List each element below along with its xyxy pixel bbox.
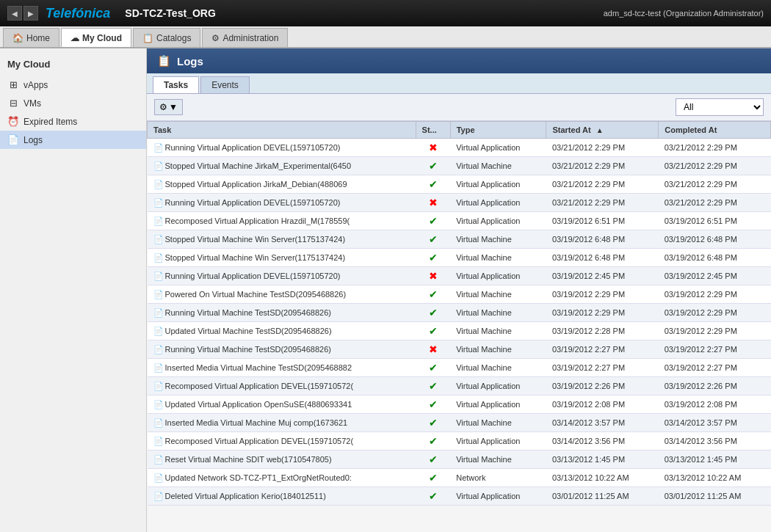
sidebar-item-logs-label: Logs — [23, 135, 43, 145]
cell-type: Virtual Machine — [450, 359, 546, 377]
cell-status: ✔ — [416, 396, 450, 414]
table-row[interactable]: 📄Running Virtual Application DEVEL(15971… — [148, 139, 771, 157]
cell-started: 03/19/2012 2:29 PM — [546, 285, 659, 304]
cell-started: 03/14/2012 3:57 PM — [546, 414, 659, 432]
nav-tab-catalogs[interactable]: 📋 Catalogs — [133, 28, 200, 47]
table-row[interactable]: 📄Updated Network SD-TCZ-PT1_ExtOrgNetRou… — [148, 469, 771, 487]
col-started[interactable]: Started At ▲ — [546, 122, 659, 139]
sidebar-item-logs[interactable]: 📄 Logs — [0, 131, 146, 149]
nav-tab-home[interactable]: 🏠 Home — [3, 28, 59, 47]
status-ok-icon: ✔ — [429, 178, 438, 190]
cell-type: Virtual Machine — [450, 157, 546, 175]
user-info: adm_sd-tcz-test (Organization Administra… — [604, 9, 764, 18]
task-row-icon: 📄 — [153, 492, 164, 500]
cell-task: 📄Stopped Virtual Application JirkaM_Debi… — [148, 175, 416, 194]
topbar: ◀ ▶ Telefónica SD-TCZ-Test_ORG adm_sd-tc… — [0, 0, 771, 26]
cell-status: ✔ — [416, 304, 450, 322]
cell-task: 📄Recomposed Virtual Application Hrazdil_… — [148, 212, 416, 230]
sidebar-item-vapps[interactable]: ⊞ vApps — [0, 76, 146, 94]
task-row-icon: 📄 — [153, 253, 164, 262]
status-ok-icon: ✔ — [429, 380, 438, 392]
org-title: SD-TCZ-Test_ORG — [125, 7, 215, 19]
tab-tasks[interactable]: Tasks — [153, 76, 199, 93]
cell-type: Virtual Machine — [450, 340, 546, 359]
table-row[interactable]: 📄Updated Virtual Machine TestSD(20954688… — [148, 322, 771, 340]
cell-status: ✖ — [416, 139, 450, 157]
table-row[interactable]: 📄Stopped Virtual Application JirkaM_Debi… — [148, 175, 771, 194]
status-ok-icon: ✔ — [429, 417, 438, 429]
cell-status: ✔ — [416, 469, 450, 487]
cell-task: 📄Inserted Media Virtual Machine TestSD(2… — [148, 359, 416, 377]
tab-events[interactable]: Events — [200, 76, 250, 93]
table-row[interactable]: 📄Powered On Virtual Machine TestSD(20954… — [148, 285, 771, 304]
table-row[interactable]: 📄Stopped Virtual Machine Win Server(1175… — [148, 230, 771, 249]
task-row-icon: 📄 — [153, 180, 164, 189]
cell-status: ✖ — [416, 194, 450, 212]
cell-task: 📄Running Virtual Application DEVEL(15971… — [148, 267, 416, 285]
table-row[interactable]: 📄Reset Virtual Machine SDIT web(17105478… — [148, 451, 771, 469]
cell-task: 📄Updated Virtual Machine TestSD(20954688… — [148, 322, 416, 340]
sort-arrow: ▲ — [596, 126, 604, 134]
cell-task: 📄Powered On Virtual Machine TestSD(20954… — [148, 285, 416, 304]
cell-started: 03/14/2012 3:56 PM — [546, 432, 659, 451]
status-ok-icon: ✔ — [429, 362, 438, 374]
cell-task: 📄Inserted Media Virtual Machine Muj comp… — [148, 414, 416, 432]
table-row[interactable]: 📄Recomposed Virtual Application DEVEL(15… — [148, 377, 771, 396]
cell-completed: 03/19/2012 2:27 PM — [659, 340, 771, 359]
sidebar-title: My Cloud — [0, 54, 146, 76]
cell-started: 03/19/2012 2:27 PM — [546, 340, 659, 359]
nav-tab-administration[interactable]: ⚙ Administration — [202, 28, 288, 47]
cell-task: 📄Reset Virtual Machine SDIT web(17105478… — [148, 451, 416, 469]
table-row[interactable]: 📄Stopped Virtual Machine Win Server(1175… — [148, 249, 771, 267]
cell-task: 📄Running Virtual Machine TestSD(20954688… — [148, 304, 416, 322]
sidebar-item-vms[interactable]: ⊟ VMs — [0, 94, 146, 112]
table-row[interactable]: 📄Recomposed Virtual Application Hrazdil_… — [148, 212, 771, 230]
nav-arrows[interactable]: ◀ ▶ — [7, 6, 38, 21]
cell-started: 03/21/2012 2:29 PM — [546, 194, 659, 212]
task-row-icon: 📄 — [153, 345, 164, 354]
table-row[interactable]: 📄Updated Virtual Application OpenSuSE(48… — [148, 396, 771, 414]
sidebar-item-expired[interactable]: ⏰ Expired Items — [0, 112, 146, 131]
gear-dropdown-arrow: ▼ — [169, 102, 178, 112]
table-row[interactable]: 📄Deleted Virtual Application Kerio(18401… — [148, 487, 771, 506]
cell-status: ✔ — [416, 285, 450, 304]
table-row[interactable]: 📄Inserted Media Virtual Machine TestSD(2… — [148, 359, 771, 377]
nav-tab-administration-label: Administration — [222, 33, 278, 43]
table-row[interactable]: 📄Stopped Virtual Machine JirkaM_Experime… — [148, 157, 771, 175]
nav-tab-mycloud[interactable]: ☁ My Cloud — [61, 28, 131, 47]
cell-task: 📄Stopped Virtual Machine Win Server(1175… — [148, 230, 416, 249]
task-row-icon: 📄 — [153, 418, 164, 427]
vapps-icon: ⊞ — [7, 79, 19, 90]
main-layout: My Cloud ⊞ vApps ⊟ VMs ⏰ Expired Items 📄… — [0, 48, 771, 532]
table-row[interactable]: 📄Inserted Media Virtual Machine Muj comp… — [148, 414, 771, 432]
cell-task: 📄Recomposed Virtual Application DEVEL(15… — [148, 432, 416, 451]
table-row[interactable]: 📄Running Virtual Machine TestSD(20954688… — [148, 304, 771, 322]
forward-button[interactable]: ▶ — [23, 6, 38, 21]
cell-completed: 03/19/2012 2:45 PM — [659, 267, 771, 285]
status-error-icon: ✖ — [429, 343, 438, 355]
cell-task: 📄Running Virtual Application DEVEL(15971… — [148, 194, 416, 212]
cell-started: 03/19/2012 2:29 PM — [546, 304, 659, 322]
gear-button[interactable]: ⚙ ▼ — [154, 99, 183, 115]
cell-started: 03/01/2012 11:25 AM — [546, 487, 659, 506]
table-row[interactable]: 📄Running Virtual Application DEVEL(15971… — [148, 194, 771, 212]
cell-status: ✔ — [416, 414, 450, 432]
back-button[interactable]: ◀ — [7, 6, 22, 21]
cell-completed: 03/13/2012 1:45 PM — [659, 451, 771, 469]
cell-type: Virtual Machine — [450, 322, 546, 340]
cell-type: Virtual Machine — [450, 285, 546, 304]
cell-task: 📄Running Virtual Application DEVEL(15971… — [148, 139, 416, 157]
table-row[interactable]: 📄Running Virtual Application DEVEL(15971… — [148, 267, 771, 285]
cell-completed: 03/19/2012 2:26 PM — [659, 377, 771, 396]
catalogs-icon: 📋 — [142, 33, 153, 43]
table-row[interactable]: 📄Running Virtual Machine TestSD(20954688… — [148, 340, 771, 359]
sidebar-item-vms-label: VMs — [23, 98, 41, 109]
cell-completed: 03/14/2012 3:56 PM — [659, 432, 771, 451]
cell-status: ✔ — [416, 157, 450, 175]
table-row[interactable]: 📄Recomposed Virtual Application DEVEL(15… — [148, 432, 771, 451]
navtabs: 🏠 Home ☁ My Cloud 📋 Catalogs ⚙ Administr… — [0, 26, 771, 48]
status-error-icon: ✖ — [429, 142, 438, 153]
filter-select[interactable]: All Virtual Application Virtual Machine … — [676, 98, 764, 116]
task-row-icon: 📄 — [153, 235, 164, 244]
content-area: 📋 Logs Tasks Events ⚙ ▼ All Virtual Appl… — [147, 48, 771, 532]
